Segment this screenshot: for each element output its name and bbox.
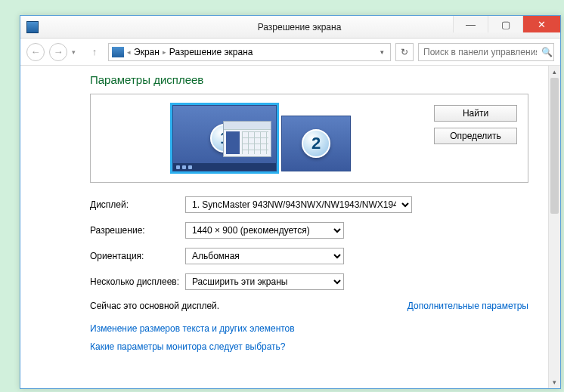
display-select[interactable]: 1. SyncMaster 943NW/943NWX/NW1943/NWX194… xyxy=(185,196,412,213)
monitor-2[interactable]: 2 xyxy=(281,116,351,171)
minimize-button[interactable]: — xyxy=(453,16,488,32)
search-input[interactable] xyxy=(423,47,537,57)
app-icon xyxy=(26,21,39,33)
multiple-displays-label: Несколько дисплеев: xyxy=(90,276,185,287)
monitor-arrangement[interactable]: 1 2 xyxy=(101,105,422,171)
refresh-button[interactable]: ↻ xyxy=(395,43,414,61)
display-row: Дисплей: 1. SyncMaster 943NW/943NWX/NW19… xyxy=(90,196,528,213)
display-label: Дисплей: xyxy=(90,199,185,210)
text-size-link[interactable]: Изменение размеров текста и других элеме… xyxy=(90,323,295,334)
content: Параметры дисплеев 1 2 xyxy=(20,66,548,388)
page-title: Параметры дисплеев xyxy=(90,73,528,86)
info-row: Сейчас это основной дисплей. Дополнитель… xyxy=(90,301,528,311)
chevron-icon: ◂ xyxy=(127,48,131,56)
chevron-right-icon: ▸ xyxy=(163,48,166,56)
address-bar: ← → ▾ ↑ ◂ Экран ▸ Разрешение экрана ▾ ↻ … xyxy=(20,39,560,66)
scroll-down-icon[interactable]: ▾ xyxy=(549,376,560,388)
breadcrumb-screen[interactable]: Экран xyxy=(134,47,160,57)
content-wrap: Параметры дисплеев 1 2 xyxy=(20,66,560,388)
display-preview-box: 1 2 Найти Определить xyxy=(90,94,528,183)
preview-buttons: Найти Определить xyxy=(434,105,517,144)
resolution-select[interactable]: 1440 × 900 (рекомендуется) xyxy=(185,222,344,239)
window-thumb xyxy=(223,121,271,157)
breadcrumb-dropdown-icon[interactable]: ▾ xyxy=(377,48,387,56)
resolution-label: Разрешение: xyxy=(90,225,185,236)
vertical-scrollbar[interactable]: ▴ ▾ xyxy=(548,66,560,388)
maximize-button[interactable]: ▢ xyxy=(488,16,522,32)
search-box[interactable]: 🔍 xyxy=(418,43,554,61)
breadcrumb-resolution[interactable]: Разрешение экрана xyxy=(169,47,253,57)
scroll-up-icon[interactable]: ▴ xyxy=(549,66,560,78)
window-controls: — ▢ ✕ xyxy=(453,16,560,32)
advanced-settings-link[interactable]: Дополнительные параметры xyxy=(408,301,528,311)
close-button[interactable]: ✕ xyxy=(522,16,560,32)
up-button[interactable]: ↑ xyxy=(85,43,104,61)
which-settings-link[interactable]: Какие параметры монитора следует выбрать… xyxy=(90,341,286,352)
monitor-1[interactable]: 1 xyxy=(172,105,277,171)
orientation-row: Ориентация: Альбомная xyxy=(90,248,528,264)
titlebar: Разрешение экрана — ▢ ✕ xyxy=(20,16,560,39)
orientation-select[interactable]: Альбомная xyxy=(185,248,344,264)
monitor-icon xyxy=(112,47,124,57)
scroll-thumb[interactable] xyxy=(550,78,559,214)
taskbar-thumb xyxy=(173,163,276,171)
forward-button[interactable]: → xyxy=(49,43,67,61)
back-button[interactable]: ← xyxy=(26,43,45,61)
search-icon[interactable]: 🔍 xyxy=(541,47,553,57)
breadcrumb[interactable]: ◂ Экран ▸ Разрешение экрана ▾ xyxy=(108,43,391,61)
identify-button[interactable]: Определить xyxy=(434,128,517,144)
primary-display-text: Сейчас это основной дисплей. xyxy=(90,301,219,311)
multiple-displays-select[interactable]: Расширить эти экраны xyxy=(185,273,344,290)
history-dropdown-icon[interactable]: ▾ xyxy=(72,48,81,56)
multiple-displays-row: Несколько дисплеев: Расширить эти экраны xyxy=(90,273,528,290)
find-button[interactable]: Найти xyxy=(434,105,517,122)
resolution-row: Разрешение: 1440 × 900 (рекомендуется) xyxy=(90,222,528,239)
monitor-2-badge: 2 xyxy=(302,129,330,158)
orientation-label: Ориентация: xyxy=(90,251,185,261)
window: Разрешение экрана — ▢ ✕ ← → ▾ ↑ ◂ Экран … xyxy=(20,15,561,389)
